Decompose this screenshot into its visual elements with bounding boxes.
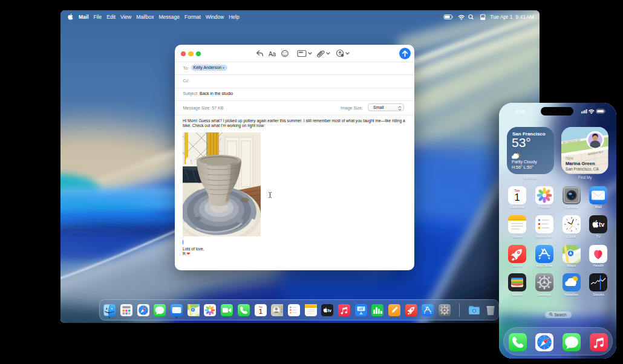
- svg-text:Marina Green: Marina Green: [566, 161, 595, 166]
- svg-text:Now: Now: [566, 156, 573, 160]
- svg-text:Aa: Aa: [269, 51, 276, 57]
- svg-text:San Francisco, CA: San Francisco, CA: [566, 167, 599, 171]
